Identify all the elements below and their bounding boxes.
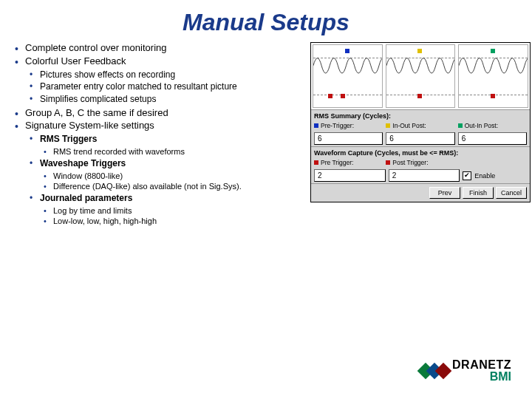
bullet-list: Complete control over monitoring Colorfu… xyxy=(10,42,306,228)
cancel-button[interactable]: Cancel xyxy=(496,187,527,199)
enable-label: Enable xyxy=(474,172,495,180)
bullet-item: Low-low, low, high, high-high xyxy=(41,216,306,226)
pre-trigger-input[interactable]: 6 xyxy=(314,132,383,145)
bullet-text: Waveshape Triggers xyxy=(40,158,126,168)
legend-out-in: Out-In Post: xyxy=(458,122,527,129)
bullet-item: Simplifies complicated setups xyxy=(27,94,306,106)
wave-post-trigger-input[interactable]: 2 xyxy=(389,169,460,182)
plot-middle xyxy=(386,44,456,108)
out-in-post-input[interactable]: 6 xyxy=(458,132,527,145)
logo-text-top: DRANETZ xyxy=(452,359,511,371)
bullet-item: RMS Triggers RMS trend recorded with wav… xyxy=(27,134,306,157)
legend-pre-trigger-2: Pre Trigger: xyxy=(314,159,383,166)
finish-button[interactable]: Finish xyxy=(463,187,494,199)
bullet-item: Colorful User Feedback Pictures show eff… xyxy=(10,55,306,106)
bullet-item: Waveshape Triggers Window (8800-like) Di… xyxy=(27,158,306,191)
bullet-item: Window (8800-like) xyxy=(41,171,306,181)
bullet-text: Journaled parameters xyxy=(40,193,132,203)
plot-area xyxy=(311,43,530,109)
logo-text-bottom: BMI xyxy=(452,371,511,383)
bullet-item: Complete control over monitoring xyxy=(10,42,306,55)
in-out-post-input[interactable]: 6 xyxy=(386,132,454,145)
bullet-text: RMS Triggers xyxy=(40,134,97,144)
bullet-item: Group A, B, C the same if desired xyxy=(10,107,306,120)
legend-post-trigger: Post Trigger: xyxy=(386,159,454,166)
bullet-item: Signature System-like settings RMS Trigg… xyxy=(10,120,306,226)
bullet-item: Parameter entry color matched to resulta… xyxy=(27,81,306,93)
screenshot-panel: RMS Summary (Cycles): Pre-Trigger: In-Ou… xyxy=(310,42,531,202)
bullet-text: Colorful User Feedback xyxy=(25,55,126,66)
bullet-item: Log by time and limits xyxy=(41,205,306,216)
enable-checkbox[interactable]: ✔ xyxy=(463,171,471,180)
bullet-item: Difference (DAQ-like) also available (no… xyxy=(41,181,306,191)
bullet-item: Journaled parameters Log by time and lim… xyxy=(27,193,306,226)
wave-pre-trigger-input[interactable]: 2 xyxy=(314,169,386,182)
legend-in-out: In-Out Post: xyxy=(386,122,454,129)
slide-title: Manual Setups xyxy=(0,0,532,42)
plot-right xyxy=(458,44,528,108)
legend-pre-trigger: Pre-Trigger: xyxy=(314,122,383,129)
bullet-text: Signature System-like settings xyxy=(25,120,154,131)
bullet-item: Pictures show effects on recording xyxy=(27,69,306,81)
rms-section-label: RMS Summary (Cycles): xyxy=(311,109,530,120)
logo-icon xyxy=(420,365,446,377)
prev-button[interactable]: Prev xyxy=(429,187,460,199)
wave-section-label: Waveform Capture (Cycles, must be <= RMS… xyxy=(311,146,530,157)
logo: DRANETZ BMI xyxy=(420,359,511,383)
bullet-item: RMS trend recorded with waveforms xyxy=(41,146,306,157)
plot-left xyxy=(313,44,383,108)
